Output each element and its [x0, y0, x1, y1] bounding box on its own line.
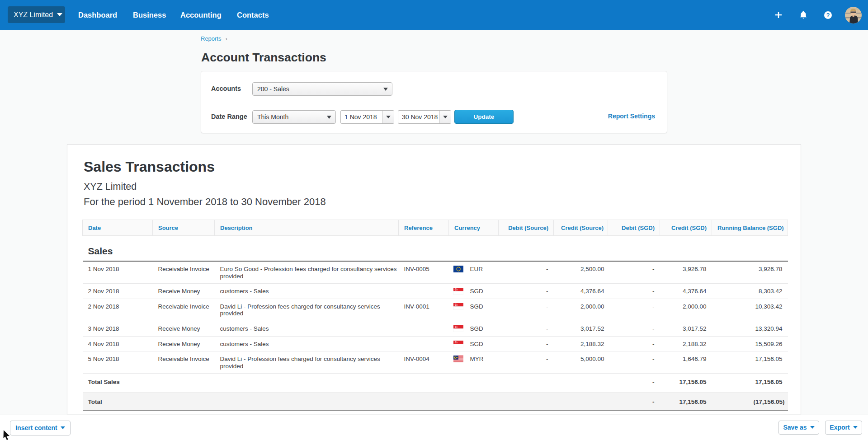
svg-text:?: ? [826, 12, 830, 19]
